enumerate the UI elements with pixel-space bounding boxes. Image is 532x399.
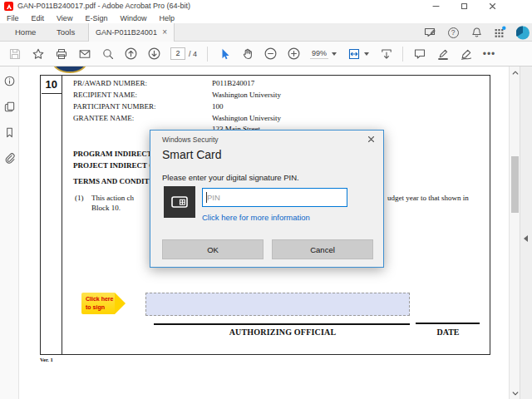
notification-dot — [502, 27, 505, 30]
hand-tool-icon[interactable] — [240, 47, 254, 61]
cancel-button[interactable]: Cancel — [272, 239, 373, 259]
authorizing-official-label: AUTHORIZING OFFICIAL — [197, 328, 368, 337]
close-tab-icon[interactable]: × — [162, 28, 167, 37]
table-column-divider — [62, 75, 62, 355]
vertical-scrollbar[interactable] — [509, 66, 520, 399]
search-icon[interactable] — [101, 47, 115, 61]
next-page-icon[interactable] — [147, 47, 161, 61]
menu-edit[interactable]: Edit — [32, 14, 45, 22]
menu-help[interactable]: Help — [159, 14, 175, 22]
dialog-close-icon[interactable] — [365, 133, 377, 145]
smart-card-icon — [164, 186, 195, 218]
field-value: Washington University — [212, 114, 281, 122]
feedback-icon[interactable] — [423, 26, 436, 39]
sign-tag-arrow-tip — [115, 293, 126, 314]
page-thumbnails-icon[interactable] — [2, 100, 16, 113]
toolbar-divider — [402, 47, 403, 62]
dialog-title: Windows Security — [162, 135, 219, 144]
fit-width-icon[interactable] — [347, 47, 361, 61]
more-tools-icon[interactable]: ••• — [482, 47, 496, 61]
pin-field-wrap — [202, 188, 347, 207]
acrobat-window: GAN-P011B240017.pdf - Adobe Acrobat Pro … — [0, 0, 532, 399]
tools-panel-collapsed — [520, 66, 532, 399]
page-number-input[interactable]: 2 — [170, 47, 185, 60]
menu-file[interactable]: File — [7, 14, 19, 22]
page-count-label: / 4 — [189, 50, 197, 58]
doc-heading: PROGRAM INDIRECT — [73, 150, 152, 158]
tab-bar: Home Tools GAN-P011B24001... × ? — [0, 23, 532, 42]
field-value: P011B240017 — [212, 79, 254, 87]
field-value: 100 — [212, 102, 224, 111]
field-label: GRANTEE NAME: — [73, 114, 134, 122]
tab-home[interactable]: Home — [7, 23, 44, 42]
save-icon[interactable] — [7, 47, 22, 61]
dialog-message: Please enter your digital signature PIN. — [162, 173, 299, 182]
comment-icon[interactable] — [412, 47, 426, 61]
scrolling-mode-icon[interactable] — [379, 47, 393, 61]
highlight-icon[interactable] — [436, 47, 450, 61]
doc-heading: TERMS AND CONDIT — [73, 177, 150, 185]
user-avatar[interactable] — [516, 26, 530, 39]
ok-button[interactable]: OK — [162, 239, 264, 259]
scrollbar-thumb[interactable] — [511, 156, 519, 213]
clause-text-line2: Block 10. — [91, 204, 121, 212]
menu-esign[interactable]: E-Sign — [85, 14, 107, 22]
document-area: 10 PR/AWARD NUMBER: P011B240017 RECIPIEN… — [0, 66, 532, 399]
bookmarks-icon[interactable] — [2, 126, 16, 139]
signature-field[interactable] — [145, 293, 410, 316]
star-icon[interactable] — [31, 47, 45, 61]
restore-button[interactable] — [454, 0, 474, 12]
left-navigation-rail — [0, 66, 19, 399]
clause-text-start: This action ch — [91, 194, 134, 202]
menu-window[interactable]: Window — [120, 14, 146, 22]
help-icon[interactable]: ? — [446, 26, 460, 39]
notifications-bell-icon[interactable] — [470, 26, 483, 39]
previous-page-icon[interactable] — [124, 47, 138, 61]
dialog-heading: Smart Card — [162, 148, 222, 161]
click-here-to-sign-tag[interactable]: Click here to sign — [81, 293, 115, 314]
attachments-paperclip-icon[interactable] — [2, 151, 16, 165]
fill-and-sign-icon[interactable] — [459, 47, 473, 61]
acrobat-logo-icon — [4, 2, 13, 11]
agency-seal — [52, 66, 87, 74]
field-label: RECIPIENT NAME: — [73, 91, 137, 99]
page-info-icon[interactable] — [2, 74, 16, 87]
block-number: 10 — [42, 76, 62, 94]
date-label: DATE — [420, 328, 476, 337]
apps-grid-icon[interactable] — [493, 26, 506, 39]
zoom-level-control[interactable]: 99% — [310, 49, 337, 59]
version-label: Ver. 1 — [40, 357, 53, 362]
chevron-down-icon[interactable] — [364, 52, 369, 56]
windows-security-dialog: Windows Security Smart Card Please enter… — [150, 130, 384, 268]
field-label: PR/AWARD NUMBER: — [73, 79, 147, 87]
more-information-link[interactable]: Click here for more information — [202, 213, 310, 222]
tabbar-actions: ? — [423, 23, 530, 42]
print-icon[interactable] — [54, 47, 68, 61]
expand-panel-icon[interactable] — [524, 235, 528, 242]
select-tool-icon[interactable] — [217, 47, 231, 61]
title-bar: GAN-P011B240017.pdf - Adobe Acrobat Pro … — [0, 0, 532, 12]
pin-input[interactable] — [202, 188, 347, 207]
toolbar: 2 / 4 99% — [0, 42, 532, 66]
close-window-button[interactable] — [482, 0, 502, 12]
field-label: PARTICIPANT NUMBER: — [73, 102, 155, 111]
date-line — [416, 323, 480, 324]
email-icon[interactable] — [77, 47, 91, 61]
zoom-out-icon[interactable] — [264, 47, 278, 61]
document-tab-label: GAN-P011B24001... — [96, 23, 157, 42]
field-value: Washington University — [212, 91, 281, 99]
zoom-level-value: 99% — [310, 49, 328, 59]
tab-document[interactable]: GAN-P011B24001... × — [88, 23, 175, 42]
menu-bar: File Edit View E-Sign Window Help — [0, 12, 532, 23]
toolbar-divider — [207, 47, 208, 62]
zoom-in-icon[interactable] — [287, 47, 301, 61]
doc-heading: PROJECT INDIRECT C — [73, 161, 155, 170]
tab-tools[interactable]: Tools — [48, 23, 83, 42]
menu-view[interactable]: View — [57, 14, 72, 22]
text-caret — [206, 192, 207, 203]
clause-text-end: udget year to that shown in — [387, 194, 469, 202]
window-title: GAN-P011B240017.pdf - Adobe Acrobat Pro … — [17, 0, 190, 12]
signature-line — [154, 323, 410, 325]
minimize-button[interactable] — [426, 0, 446, 12]
clause-number: (1) — [75, 194, 84, 202]
